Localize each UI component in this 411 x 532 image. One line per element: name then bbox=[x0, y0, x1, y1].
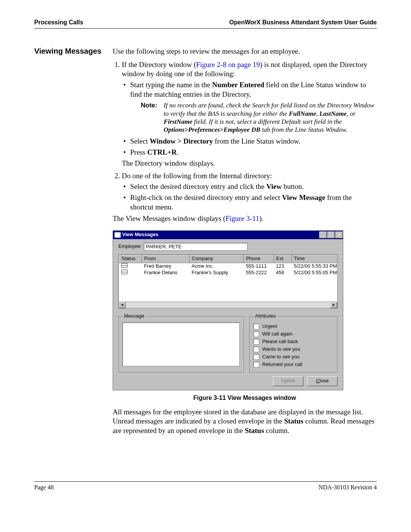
content-body: Use the following steps to review the me… bbox=[113, 47, 377, 436]
view-messages-window: View Messages _ □ × Employee: PARKER, PE… bbox=[113, 230, 343, 390]
employee-label: Employee: bbox=[118, 243, 142, 250]
body-paragraph: All messages for the employee stored in … bbox=[113, 407, 377, 436]
figure-caption: Figure 3-11 View Messages window bbox=[113, 394, 377, 402]
message-textarea[interactable] bbox=[123, 323, 240, 366]
note-text: If no records are found, check the Searc… bbox=[164, 101, 377, 134]
checkbox-icon[interactable] bbox=[253, 347, 259, 352]
steps-list: If the Directory window (Figure 2-8 on p… bbox=[113, 60, 377, 212]
intro-text: Use the following steps to review the me… bbox=[113, 47, 377, 56]
page: Processing Calls OpenWorX Business Atten… bbox=[0, 0, 411, 506]
lower-panels: Message Attributes Urgent Will call agai… bbox=[118, 313, 338, 372]
content-row: Viewing Messages Use the following steps… bbox=[34, 47, 377, 436]
attributes-fieldset: Attributes Urgent Will call again Please… bbox=[249, 313, 338, 372]
scroll-right-icon[interactable]: ► bbox=[330, 302, 337, 308]
checkbox-icon[interactable] bbox=[253, 339, 259, 345]
after-step1: The Directory window displays. bbox=[122, 159, 377, 168]
col-status[interactable]: Status bbox=[119, 255, 142, 263]
attr-urgent[interactable]: Urgent bbox=[253, 323, 333, 330]
button-row: Delete Close bbox=[118, 376, 338, 386]
bullet-number-entered: Start typing the name in the Number Ente… bbox=[130, 80, 377, 134]
step-2: Do one of the following from the Interna… bbox=[122, 171, 377, 212]
employee-field[interactable]: PARKER, PETE bbox=[144, 243, 247, 251]
attr-came-to-see-you[interactable]: Came to see you bbox=[253, 354, 333, 361]
messages-table: Status From Company Phone Ext Time Fred bbox=[119, 255, 338, 276]
page-footer: Page 48 NDA-30103 Revision 4 bbox=[34, 481, 377, 491]
titlebar[interactable]: View Messages _ □ × bbox=[113, 231, 343, 239]
step-1: If the Directory window (Figure 2-8 on p… bbox=[122, 60, 377, 168]
footer-left: Page 48 bbox=[34, 484, 54, 491]
figure-2-8-link[interactable]: Figure 2-8 on page 19 bbox=[196, 61, 260, 69]
checkbox-icon[interactable] bbox=[253, 362, 259, 367]
figure-3-11-link[interactable]: Figure 3-11 bbox=[226, 214, 259, 222]
window-body: Employee: PARKER, PETE Status From Compa… bbox=[113, 239, 343, 390]
minimize-button[interactable]: _ bbox=[319, 232, 327, 238]
bullet-view-button: Select the desired directory entry and c… bbox=[130, 182, 377, 192]
window-close-button[interactable]: × bbox=[335, 232, 343, 238]
view-messages-displays: The View Messages window displays (Figur… bbox=[113, 214, 377, 224]
figure-3-11: View Messages _ □ × Employee: PARKER, PE… bbox=[113, 230, 377, 402]
checkbox-icon[interactable] bbox=[253, 331, 259, 337]
close-button[interactable]: Close bbox=[307, 376, 338, 386]
bullet-window-directory: Select Window > Directory from the Line … bbox=[130, 137, 377, 146]
messages-grid[interactable]: Status From Company Phone Ext Time Fred bbox=[118, 254, 338, 308]
table-row[interactable]: Frankie Delano Frankie's Supply 555-2222… bbox=[119, 270, 338, 276]
window-buttons: _ □ × bbox=[319, 232, 343, 238]
checkbox-icon[interactable] bbox=[253, 324, 259, 329]
message-fieldset: Message bbox=[118, 313, 244, 372]
employee-row: Employee: PARKER, PETE bbox=[118, 243, 338, 251]
delete-button[interactable]: Delete bbox=[273, 376, 303, 386]
checkbox-icon[interactable] bbox=[253, 354, 259, 360]
maximize-button[interactable]: □ bbox=[327, 232, 335, 238]
col-ext[interactable]: Ext bbox=[274, 255, 292, 263]
attr-wants-to-see-you[interactable]: Wants to see you bbox=[253, 346, 333, 353]
footer-right: NDA-30103 Revision 4 bbox=[319, 484, 377, 491]
step1-bullets: Start typing the name in the Number Ente… bbox=[122, 80, 377, 157]
note-block: Note: If no records are found, check the… bbox=[141, 101, 377, 134]
envelope-icon bbox=[121, 263, 127, 268]
header-left: Processing Calls bbox=[34, 19, 83, 26]
col-time[interactable]: Time bbox=[292, 255, 338, 263]
envelope-icon bbox=[121, 270, 127, 274]
table-header-row: Status From Company Phone Ext Time bbox=[119, 255, 338, 263]
scroll-left-icon[interactable]: ◄ bbox=[119, 302, 126, 308]
col-from[interactable]: From bbox=[142, 255, 189, 263]
window-title: View Messages bbox=[122, 232, 319, 238]
attr-please-call-back[interactable]: Please call back bbox=[253, 339, 333, 345]
bullet-ctrl-r: Press CTRL+R. bbox=[130, 148, 377, 157]
header-right: OpenWorX Business Attendant System User … bbox=[229, 19, 377, 26]
section-title: Viewing Messages bbox=[34, 47, 113, 436]
page-header: Processing Calls OpenWorX Business Atten… bbox=[34, 19, 377, 29]
horizontal-scrollbar[interactable]: ◄ ► bbox=[119, 302, 337, 308]
step2-bullets: Select the desired directory entry and c… bbox=[122, 182, 377, 212]
message-legend: Message bbox=[123, 313, 146, 320]
window-icon bbox=[115, 232, 121, 238]
col-company[interactable]: Company bbox=[190, 255, 244, 263]
attr-returned-your-call[interactable]: Returned your call bbox=[253, 361, 333, 368]
table-row[interactable]: Fred Barney Acme Inc. 555-1111 123 5/22/… bbox=[119, 263, 338, 269]
note-label: Note: bbox=[141, 101, 164, 134]
col-phone[interactable]: Phone bbox=[244, 255, 274, 263]
bullet-view-message: Right-click on the desired directory ent… bbox=[130, 193, 377, 212]
attr-will-call-again[interactable]: Will call again bbox=[253, 331, 333, 338]
attributes-legend: Attributes bbox=[253, 313, 277, 320]
